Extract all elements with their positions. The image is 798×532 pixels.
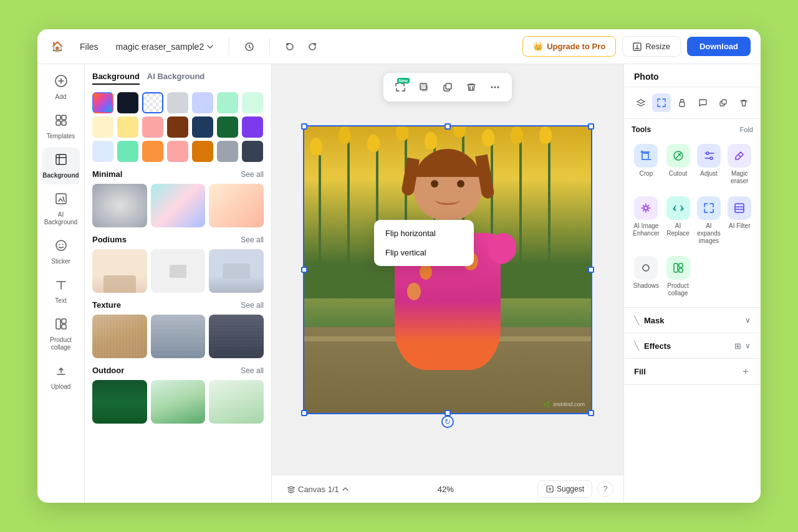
swatch-lightgray[interactable] (167, 92, 188, 113)
effects-settings-icon[interactable]: ⊞ (734, 341, 741, 351)
download-button[interactable]: Download (687, 37, 751, 56)
sidebar-item-product-collage[interactable]: Product collage (42, 312, 80, 356)
handle-ml[interactable] (301, 267, 307, 273)
sidebar-item-text[interactable]: Text (42, 273, 80, 310)
undo-button[interactable] (280, 37, 300, 57)
handle-mr[interactable] (588, 267, 594, 273)
swatch-purple[interactable] (242, 116, 263, 138)
ai-background-icon (54, 192, 68, 209)
canvas-delete-button[interactable] (461, 77, 482, 98)
swatch-blue-very-light[interactable] (92, 141, 113, 162)
texture-thumb-1[interactable] (92, 315, 147, 358)
swatch-amber[interactable] (192, 141, 213, 162)
tool-ai-image-enhancer[interactable]: AI Image Enhancer (632, 192, 661, 249)
section-podiums-see-all[interactable]: See all (241, 235, 264, 244)
tool-crop[interactable]: Crop (632, 140, 661, 189)
swatch-yellow[interactable] (117, 116, 138, 138)
outdoor-thumb-1[interactable] (92, 380, 147, 424)
swatch-black[interactable] (117, 92, 138, 113)
rp-duplicate-button[interactable] (714, 93, 733, 112)
swatch-red[interactable] (167, 141, 188, 162)
handle-bl[interactable] (301, 410, 307, 416)
section-outdoor-see-all[interactable]: See all (241, 366, 264, 375)
canvas-duplicate-button[interactable] (437, 77, 458, 98)
outdoor-thumb-3[interactable] (209, 380, 264, 424)
tool-adjust[interactable]: Adjust (695, 140, 722, 189)
handle-br[interactable] (588, 410, 594, 416)
tool-ai-filter[interactable]: AI Filter (726, 192, 753, 249)
tab-ai-background[interactable]: AI Background (147, 72, 204, 85)
history-icon[interactable] (239, 37, 259, 57)
swatch-teal-light[interactable] (117, 141, 138, 162)
swatch-transparent[interactable] (142, 92, 163, 113)
files-link[interactable]: Files (75, 39, 103, 54)
sidebar-item-sticker[interactable]: Sticker (42, 234, 80, 270)
sidebar-item-templates[interactable]: Templates (42, 108, 80, 145)
swatch-mid-gray[interactable] (217, 141, 238, 162)
swatch-dark-green[interactable] (217, 116, 238, 138)
texture-thumb-3[interactable] (209, 315, 264, 358)
sidebar-item-add[interactable]: Add (42, 69, 80, 106)
image-frame[interactable]: 🌿 insMind.com ↻ (303, 125, 592, 414)
flip-horizontal-item[interactable]: Flip horizontal (378, 224, 470, 243)
suggest-button[interactable]: Suggest (537, 480, 592, 498)
tool-ai-replace-label: AI Replace (666, 222, 690, 237)
redo-button[interactable] (302, 37, 322, 57)
handle-tc[interactable] (445, 123, 451, 130)
help-button[interactable]: ? (597, 481, 613, 497)
mask-accordion-header[interactable]: ╲ Mask ∨ (624, 308, 761, 333)
filename-selector[interactable]: magic eraser_sample2 (111, 39, 219, 54)
effects-accordion-header[interactable]: ╲ Effects ⊞ ∨ (624, 333, 761, 358)
swatch-orange[interactable] (142, 141, 163, 162)
rp-delete-button[interactable] (734, 93, 753, 112)
swatch-navy[interactable] (192, 116, 213, 138)
resize-button[interactable]: Resize (622, 36, 681, 57)
podium-thumb-2[interactable] (151, 249, 206, 293)
tool-ai-replace[interactable]: AI Replace (665, 192, 691, 249)
podium-thumb-3[interactable] (209, 249, 264, 293)
tab-background[interactable]: Background (92, 72, 140, 85)
texture-thumb-2[interactable] (151, 315, 206, 358)
swatch-red-light[interactable] (142, 116, 163, 138)
swatch-green-lighter[interactable] (242, 92, 263, 113)
rp-comment-button[interactable] (693, 93, 712, 112)
home-button[interactable]: 🏠 (47, 37, 67, 57)
canvas-more-button[interactable] (484, 77, 506, 98)
swatch-yellow-light[interactable] (92, 116, 113, 138)
tool-product-collage[interactable]: Product collage (665, 252, 691, 301)
fill-add-button[interactable]: ＋ (741, 365, 751, 378)
background-panel: Background AI Background (85, 64, 272, 503)
section-minimal-see-all[interactable]: See all (241, 170, 264, 179)
upgrade-button[interactable]: 👑 Upgrade to Pro (522, 36, 616, 57)
sidebar-item-background[interactable]: Background (42, 148, 80, 184)
swatch-indigo-light[interactable] (192, 92, 213, 113)
rp-lock-button[interactable] (673, 93, 691, 112)
minimal-thumb-2[interactable] (151, 184, 206, 227)
tools-fold[interactable]: Fold (740, 126, 753, 133)
tool-ai-expands[interactable]: AI expands images (695, 192, 722, 249)
rotate-handle[interactable]: ↻ (441, 416, 454, 428)
handle-tr[interactable] (588, 123, 594, 130)
outdoor-thumb-2[interactable] (151, 380, 206, 424)
ai-enhancer-icon-box (634, 196, 658, 220)
handle-tl[interactable] (301, 123, 307, 130)
flip-vertical-item[interactable]: Flip vertical (378, 243, 470, 262)
canvas-shadow-button[interactable] (413, 77, 435, 98)
tool-magic-eraser[interactable]: Magic eraser (726, 140, 753, 189)
tool-shadows[interactable]: Shadows (632, 252, 661, 301)
sidebar-item-upload[interactable]: Upload (42, 359, 80, 396)
minimal-thumb-1[interactable] (92, 184, 147, 227)
canvas-layers-button[interactable]: Canvas 1/1 (282, 482, 354, 496)
rp-layers-button[interactable] (632, 93, 650, 112)
podium-thumb-1[interactable] (92, 249, 147, 293)
swatch-rainbow[interactable] (92, 92, 113, 113)
section-texture-see-all[interactable]: See all (241, 301, 264, 310)
rp-magic-expand-button[interactable] (652, 93, 671, 112)
swatch-green-light[interactable] (217, 92, 238, 113)
sidebar-item-ai-background[interactable]: AI Background (42, 187, 80, 231)
swatch-brown[interactable] (167, 116, 188, 138)
tool-cutout[interactable]: Cutout (665, 140, 691, 189)
magic-expand-button[interactable]: New (390, 77, 411, 98)
minimal-thumb-3[interactable] (209, 184, 264, 227)
swatch-dark-gray[interactable] (242, 141, 263, 162)
